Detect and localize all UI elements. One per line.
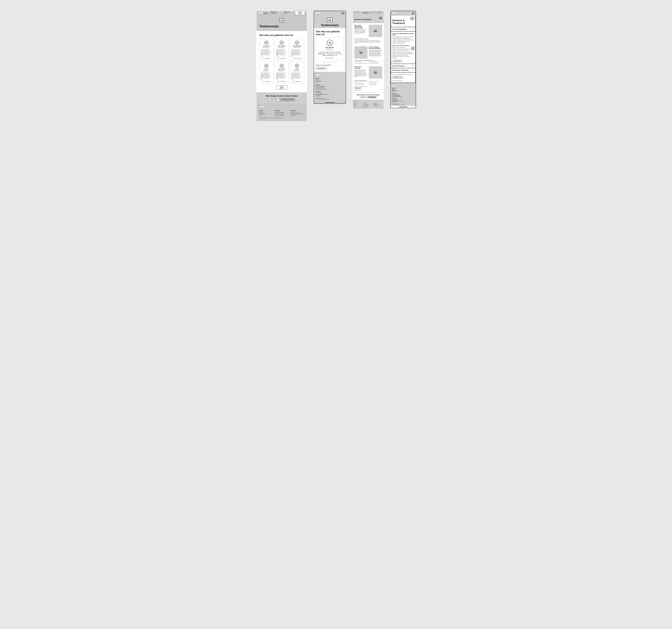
image-placeholder [354, 46, 367, 59]
accordion-header-coaching[interactable]: Performance Coaching [391, 68, 415, 72]
carousel-pager[interactable] [316, 62, 344, 63]
logo[interactable]: Logo [258, 11, 264, 15]
cta-book-button[interactable]: BOOK NOW [360, 96, 366, 98]
review-text: Lorem ipsum dolor sit amet, consectetur … [276, 49, 287, 57]
accordion-header-active-rehab[interactable]: Active Rehabilitation [391, 27, 415, 31]
contact-us-button[interactable]: CONTACT US [392, 76, 403, 79]
footer-logo[interactable]: Logo [392, 84, 398, 87]
footer-link[interactable]: Exercise Therapy [392, 95, 414, 96]
footer-link[interactable]: FAQ [392, 91, 414, 92]
pager-dot[interactable] [334, 62, 335, 63]
footer-phone[interactable]: 604-123-1234 [290, 112, 304, 113]
faq-link[interactable]: Check out our FAQ [354, 90, 382, 91]
exercise-title: Exercise Therapy / Injury Rehabilitation [369, 46, 382, 49]
book-now-button[interactable]: BOOK NOW [392, 60, 402, 62]
logo[interactable]: Logo [392, 12, 397, 15]
pager-dot[interactable] [327, 62, 328, 63]
menu-icon[interactable] [341, 12, 344, 14]
subheading-after: us! [289, 34, 293, 36]
footer-contact-us[interactable]: Contact Us [374, 106, 382, 106]
footer-contact-us[interactable]: Contact Us [316, 95, 344, 96]
footer-email[interactable]: hello@primetimerehab.com [316, 94, 344, 95]
footer-link[interactable]: FAQ [259, 115, 273, 116]
footer: Logo About About Us Testimonials FAQ Ser… [391, 83, 416, 106]
pager-dot[interactable] [329, 62, 330, 63]
footer-link[interactable]: About Us [316, 79, 344, 81]
footer-contact-us[interactable]: Contact Us [392, 101, 414, 102]
footer-email[interactable]: hello@primetimerehab.com [392, 100, 414, 101]
star-rating: ★★★★★ [278, 47, 285, 49]
load-more-button[interactable]: LOAD MORE [276, 85, 287, 90]
footer-link[interactable]: Active Rehabilitation [316, 86, 344, 87]
footer-link[interactable]: Testimonials [392, 90, 414, 91]
avatar [280, 41, 284, 45]
cta-find-button[interactable]: FIND A LOCATION [280, 98, 295, 101]
pager-dot[interactable] [325, 62, 326, 63]
footer-logo[interactable]: Logo [354, 101, 357, 102]
footer-link[interactable]: Performance Coaching [316, 89, 344, 90]
nav-locations[interactable]: Locations & Hours [370, 11, 376, 13]
avatar [264, 41, 268, 45]
arp-intro-mid: , and [396, 43, 399, 44]
frame-desktop-services: Logo About Services & Treatments Locatio… [353, 11, 384, 109]
star-rating: ★★★★★ [326, 49, 333, 50]
footer-logo[interactable]: Logo [316, 74, 321, 77]
review-text: Lorem ipsum dolor sit amet, consectetur … [291, 49, 303, 57]
logo[interactable]: Logo [315, 12, 321, 15]
footer-link[interactable]: Active Rehabilitation [275, 112, 288, 113]
footer-phone[interactable]: 604-123-1234 [392, 100, 414, 100]
pager-dot[interactable] [335, 62, 336, 63]
nav-about[interactable]: About [263, 12, 268, 14]
footer-logo[interactable]: Logo [259, 105, 265, 108]
hero: Services & Treatments [353, 14, 384, 23]
chevron-down-icon [412, 65, 414, 67]
section-arp-text: ICBC Active Rehabilitation Program (ARP)… [354, 25, 367, 37]
footer-contact-us[interactable]: Contact Us [290, 115, 304, 116]
nav-locations[interactable]: Locations & Hours [284, 11, 292, 15]
footer-legal: All Rights Reserved. Prime Time Rehabili… [316, 98, 344, 100]
book-now-button[interactable]: BOOK NOW [377, 12, 382, 13]
reviewer-name: Alexis Rose [261, 45, 272, 47]
footer-link[interactable]: About Us [259, 112, 273, 113]
cta-book-button[interactable]: BOOK NOW [268, 98, 279, 101]
footer-link[interactable]: Testimonials [259, 113, 273, 115]
nav-about[interactable]: About [358, 11, 361, 13]
footer-email[interactable]: hello@primetimerehab.com [290, 113, 304, 115]
footer-link[interactable]: About Us [392, 89, 414, 90]
nav-services[interactable]: Services & Treatments [362, 11, 369, 13]
nav-about-label: About [358, 11, 360, 12]
footer: Logo About About Us Testimonials FAQ Ser… [257, 103, 307, 121]
cta-find-button[interactable]: FIND A LOCATION [367, 96, 377, 98]
contact-us-button[interactable]: CONTACT US [354, 87, 361, 89]
footer-legal: All Rights Reserved. Prime Time Rehabili… [392, 103, 414, 105]
book-now-button[interactable]: BOOK NOW [316, 67, 327, 70]
accordion-header-exercise[interactable]: Exercise Therapy [391, 64, 415, 68]
footer-link[interactable]: Exercise Therapy [275, 113, 288, 115]
nav-services[interactable]: Services & Treatments [271, 11, 282, 15]
footer-link[interactable]: Active Rehabilitation [392, 94, 414, 95]
pager-dot[interactable] [332, 62, 333, 63]
legal-line-2: Prime Time Rehabilitation (c) 2020. [316, 99, 344, 100]
footer-link[interactable]: Personal Coaching [275, 115, 288, 116]
testimonial-card: Stevie ★★★★★ Lorem ipsum dolor sit amet,… [290, 62, 304, 84]
footer-link[interactable]: Personal Coaching [364, 106, 373, 106]
footer-link[interactable]: FAQ [354, 106, 363, 106]
arp-intro: We understand that recovering from a mot… [392, 36, 414, 44]
book-now-button[interactable]: BOOK NOW [295, 11, 305, 15]
cta-band: Take charge of your recovery today! BOOK… [353, 92, 384, 100]
pager-dot[interactable] [323, 62, 324, 63]
google-icon [293, 81, 294, 82]
accordion-label: Performance Coaching [392, 70, 408, 71]
subheading-before: See why our patients [259, 34, 284, 36]
logo[interactable]: Logo [354, 12, 357, 13]
menu-icon[interactable] [412, 12, 415, 14]
footer-link[interactable]: Performance Coaching [392, 96, 414, 97]
faq-link[interactable]: Check out our FAQ [392, 80, 414, 81]
footer-contacts-heading: Contacts [316, 91, 344, 92]
pager-dot[interactable] [330, 62, 331, 63]
footer-phone[interactable]: 604-123-1234 [316, 93, 344, 94]
footer-link[interactable]: FAQ [316, 82, 344, 83]
footer-link[interactable]: Exercise Therapy [316, 87, 344, 89]
footer-link[interactable]: Testimonials [316, 81, 344, 82]
subheading-em: love [284, 34, 289, 36]
